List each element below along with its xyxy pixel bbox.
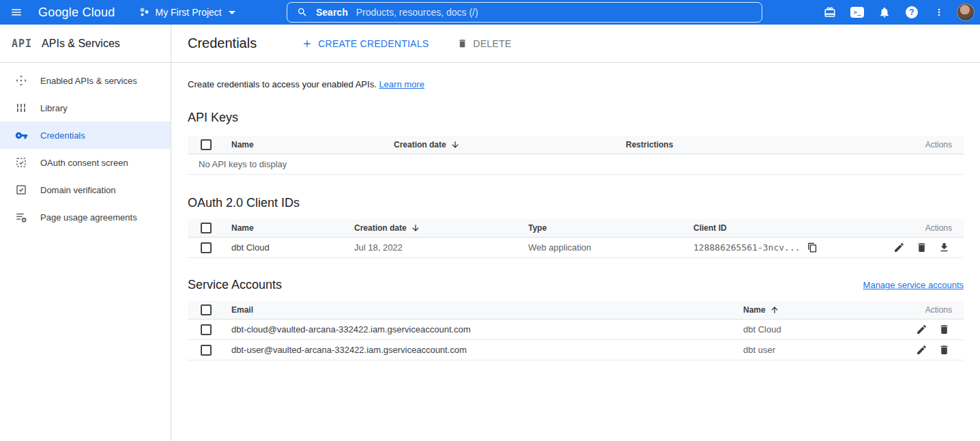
column-header-creation-date[interactable]: Creation date — [354, 223, 407, 233]
cloud-shell-glyph: >_ — [850, 7, 864, 18]
project-switcher-icon — [139, 7, 150, 18]
page-toolbar: Credentials CREATE CREDENTIALS DELETE — [171, 25, 980, 63]
learn-more-link[interactable]: Learn more — [379, 79, 424, 89]
logo-text: Google Cloud — [38, 5, 115, 19]
api-keys-empty-message: No API keys to display — [188, 154, 964, 175]
sidebar-item-credentials[interactable]: Credentials — [0, 122, 171, 149]
key-icon — [14, 128, 28, 142]
service-account-email: dbt-user@vaulted-arcana-332422.iam.gserv… — [231, 345, 743, 355]
oauth-client-name: dbt Cloud — [231, 242, 354, 253]
domain-verification-icon — [14, 183, 28, 197]
sidebar-item-page-usage-agreements[interactable]: Page usage agreements — [0, 203, 171, 231]
sort-descending-icon[interactable] — [450, 140, 460, 150]
search-input[interactable]: Search Products, resources, docs (/) — [287, 2, 762, 23]
search-icon — [297, 7, 308, 18]
delete-trash-icon[interactable] — [916, 242, 927, 253]
library-icon — [14, 101, 28, 115]
sidebar-item-enabled-apis[interactable]: Enabled APIs & services — [0, 67, 171, 94]
column-header-client-id[interactable]: Client ID — [693, 223, 882, 233]
help-icon[interactable]: ? — [902, 3, 921, 22]
api-keys-heading: API Keys — [188, 111, 964, 125]
project-name: My First Project — [155, 7, 221, 18]
delete-button[interactable]: DELETE — [452, 34, 517, 53]
chevron-down-icon — [229, 11, 235, 14]
edit-pencil-icon[interactable] — [916, 324, 927, 335]
download-icon[interactable] — [938, 242, 950, 253]
column-header-email[interactable]: Email — [231, 305, 743, 315]
oauth-client-creation-date: Jul 18, 2022 — [354, 242, 528, 253]
oauth-table: Name Creation date Type Client ID Action… — [188, 219, 964, 258]
consent-screen-icon — [14, 156, 28, 169]
google-cloud-logo[interactable]: Google Cloud — [38, 5, 115, 20]
column-header-type[interactable]: Type — [528, 223, 693, 233]
edit-pencil-icon[interactable] — [916, 344, 927, 356]
service-account-name: dbt Cloud — [743, 324, 882, 335]
oauth-client-ids-heading: OAuth 2.0 Client IDs — [188, 196, 964, 210]
intro-sentence: Create credentials to access your enable… — [188, 79, 377, 89]
select-all-checkbox[interactable] — [201, 223, 212, 233]
create-credentials-label: CREATE CREDENTIALS — [318, 38, 429, 49]
sort-descending-icon[interactable] — [411, 223, 420, 233]
delete-trash-icon[interactable] — [938, 324, 950, 335]
column-header-name[interactable]: Name — [743, 305, 766, 315]
help-glyph: ? — [906, 6, 918, 18]
agreements-icon — [14, 210, 28, 224]
table-row: dbt Cloud Jul 18, 2022 Web application 1… — [188, 238, 964, 258]
sort-ascending-icon[interactable] — [770, 305, 779, 315]
table-row: dbt-user@vaulted-arcana-332422.iam.gserv… — [188, 340, 964, 360]
sidebar-item-label: Credentials — [40, 130, 85, 141]
trash-icon — [457, 38, 467, 48]
enabled-apis-icon — [14, 74, 28, 87]
column-header-name[interactable]: Name — [231, 140, 394, 150]
notifications-bell-icon[interactable] — [875, 3, 894, 22]
gift-icon[interactable] — [820, 3, 839, 22]
select-all-checkbox[interactable] — [201, 139, 212, 150]
manage-service-accounts-link[interactable]: Manage service accounts — [863, 280, 964, 290]
row-checkbox[interactable] — [201, 345, 212, 356]
sidebar-item-label: Domain verification — [40, 185, 116, 195]
api-keys-table: Name Creation date Restrictions Actions … — [188, 136, 964, 175]
sidebar-item-label: OAuth consent screen — [40, 158, 128, 168]
column-header-actions: Actions — [882, 140, 964, 150]
select-all-checkbox[interactable] — [201, 304, 212, 315]
project-selector[interactable]: My First Project — [139, 7, 235, 18]
sidebar-header: API APIs & Services — [0, 25, 171, 63]
copy-icon[interactable] — [807, 242, 818, 253]
avatar[interactable] — [957, 3, 975, 21]
page-title: Credentials — [188, 35, 257, 51]
more-vert-icon[interactable] — [929, 3, 949, 22]
oauth-client-type: Web application — [528, 242, 693, 253]
menu-icon[interactable] — [0, 0, 33, 25]
table-row: dbt-cloud@vaulted-arcana-332422.iam.gser… — [188, 319, 964, 340]
oauth-client-id-value: 128886265561-3ncv... — [693, 242, 801, 253]
delete-label: DELETE — [473, 38, 511, 49]
column-header-creation-date[interactable]: Creation date — [394, 140, 446, 150]
column-header-name[interactable]: Name — [231, 223, 354, 233]
service-account-email: dbt-cloud@vaulted-arcana-332422.iam.gser… — [231, 324, 743, 335]
column-header-actions: Actions — [882, 223, 964, 233]
create-credentials-button[interactable]: CREATE CREDENTIALS — [296, 34, 434, 53]
service-accounts-table: Email Name Actions dbt-cloud@vaulted-arc… — [188, 301, 964, 360]
sidebar-item-domain-verification[interactable]: Domain verification — [0, 176, 171, 203]
oauth-table-header: Name Creation date Type Client ID Action… — [188, 219, 964, 238]
row-checkbox[interactable] — [201, 324, 212, 335]
sidebar: API APIs & Services Enabled APIs & servi… — [0, 25, 171, 441]
cloud-shell-icon[interactable]: >_ — [848, 3, 867, 22]
sidebar-item-oauth-consent[interactable]: OAuth consent screen — [0, 149, 171, 176]
delete-trash-icon[interactable] — [938, 344, 950, 356]
intro-text: Create credentials to access your enable… — [188, 79, 964, 89]
column-header-actions: Actions — [882, 305, 964, 315]
sidebar-item-library[interactable]: Library — [0, 94, 171, 122]
row-checkbox[interactable] — [201, 242, 212, 253]
service-accounts-heading: Service Accounts — [188, 278, 282, 292]
service-account-name: dbt user — [743, 345, 882, 355]
service-accounts-table-header: Email Name Actions — [188, 301, 964, 319]
edit-pencil-icon[interactable] — [893, 242, 905, 253]
plus-icon — [302, 38, 313, 49]
search-placeholder: Products, resources, docs (/) — [356, 7, 478, 18]
sidebar-item-label: Page usage agreements — [40, 212, 137, 223]
api-keys-table-header: Name Creation date Restrictions Actions — [188, 136, 964, 154]
search-label: Search — [316, 7, 348, 18]
column-header-restrictions[interactable]: Restrictions — [626, 140, 882, 150]
sidebar-title: APIs & Services — [42, 38, 120, 50]
